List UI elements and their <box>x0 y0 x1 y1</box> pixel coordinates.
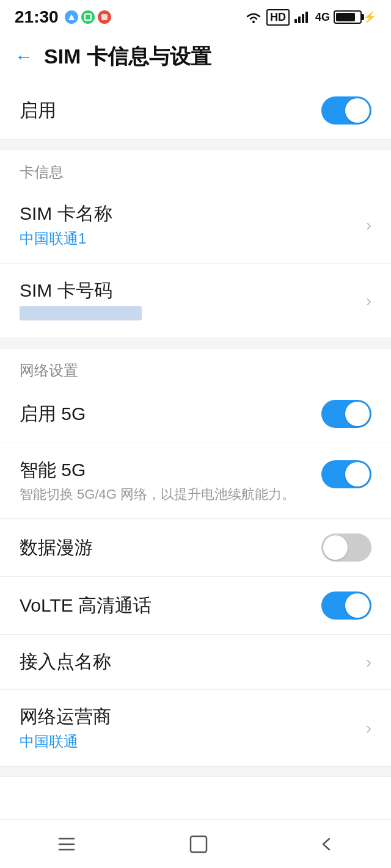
wifi-icon <box>244 10 263 24</box>
svg-rect-7 <box>305 12 308 23</box>
status-left-icons <box>65 10 111 24</box>
network-section: 网络设置 启用 5G 智能 5G 智能切换 5G/4G 网络，以提升电池续航能力… <box>0 349 391 766</box>
divider-2 <box>0 338 391 349</box>
divider-1 <box>0 139 391 150</box>
svg-rect-6 <box>302 14 304 23</box>
chevron-icon-2: › <box>366 291 371 311</box>
app-icon-green <box>81 10 95 24</box>
card-info-label: 卡信息 <box>0 150 391 187</box>
svg-rect-5 <box>298 16 301 23</box>
svg-marker-0 <box>68 14 75 20</box>
sim-name-title: SIM 卡名称 <box>20 201 359 226</box>
chevron-icon-carrier: › <box>366 718 371 738</box>
chevron-icon-apn: › <box>366 653 371 672</box>
svg-rect-4 <box>294 19 297 23</box>
sim-number-title: SIM 卡号码 <box>20 278 359 303</box>
status-right-icons: HD 4G ⚡ <box>244 9 376 26</box>
carrier-value: 中国联通 <box>20 732 359 751</box>
enable-title: 启用 <box>20 98 321 123</box>
nav-menu-button[interactable] <box>54 835 79 853</box>
smart-5g-toggle[interactable] <box>321 460 371 488</box>
data-roaming-toggle[interactable] <box>321 533 371 562</box>
sim-number-value <box>20 306 142 320</box>
toggle-thumb-5g <box>345 402 370 426</box>
data-roaming-title: 数据漫游 <box>20 535 321 560</box>
enable-toggle[interactable] <box>321 96 371 125</box>
sim-number-item[interactable]: SIM 卡号码 › <box>0 264 391 338</box>
enable-section: 启用 <box>0 82 391 139</box>
chevron-icon: › <box>366 215 371 235</box>
nav-home-button[interactable] <box>188 834 209 855</box>
toggle-thumb-roaming <box>323 535 348 560</box>
apn-title: 接入点名称 <box>20 649 359 675</box>
status-bar: 21:30 <box>0 0 391 32</box>
app-icon-red <box>98 10 111 24</box>
smart-5g-desc: 智能切换 5G/4G 网络，以提升电池续航能力。 <box>20 485 321 504</box>
smart-5g-title: 智能 5G <box>20 458 321 483</box>
divider-3 <box>0 766 391 777</box>
toggle-thumb-volte <box>345 593 370 618</box>
apn-item[interactable]: 接入点名称 › <box>0 635 391 690</box>
battery-icon: ⚡ <box>334 10 376 24</box>
enable-5g-toggle[interactable] <box>321 400 371 428</box>
carrier-title: 网络运营商 <box>20 704 359 729</box>
enable-item[interactable]: 启用 <box>0 82 391 139</box>
carrier-item[interactable]: 网络运营商 中国联通 › <box>0 690 391 766</box>
network-label: 网络设置 <box>0 349 391 385</box>
volte-toggle[interactable] <box>321 591 371 620</box>
nav-back-button[interactable] <box>318 834 337 855</box>
hd-badge: HD <box>266 9 290 26</box>
navigation-bar <box>0 819 391 868</box>
signal-icon <box>293 10 312 24</box>
volte-item[interactable]: VoLTE 高清通话 <box>0 577 391 635</box>
enable-5g-item[interactable]: 启用 5G <box>0 385 391 443</box>
back-button[interactable]: ← <box>15 48 33 66</box>
svg-rect-1 <box>85 14 91 20</box>
page-title: SIM 卡信息与设置 <box>44 43 211 71</box>
toggle-thumb-smart5g <box>345 462 370 486</box>
sim-name-value: 中国联通1 <box>20 229 359 248</box>
app-icon-blue <box>65 10 78 24</box>
toggle-thumb <box>345 98 370 123</box>
volte-title: VoLTE 高清通话 <box>20 593 321 618</box>
sim-name-item[interactable]: SIM 卡名称 中国联通1 › <box>0 187 391 264</box>
svg-rect-2 <box>101 14 108 20</box>
svg-rect-11 <box>191 836 206 852</box>
enable-5g-title: 启用 5G <box>20 402 321 427</box>
page-header: ← SIM 卡信息与设置 <box>0 32 391 82</box>
smart-5g-item[interactable]: 智能 5G 智能切换 5G/4G 网络，以提升电池续航能力。 <box>0 443 391 519</box>
network-type: 4G <box>315 11 330 24</box>
status-time: 21:30 <box>15 7 59 27</box>
data-roaming-item[interactable]: 数据漫游 <box>0 519 391 577</box>
card-info-section: 卡信息 SIM 卡名称 中国联通1 › SIM 卡号码 › <box>0 150 391 338</box>
svg-point-3 <box>252 21 255 23</box>
